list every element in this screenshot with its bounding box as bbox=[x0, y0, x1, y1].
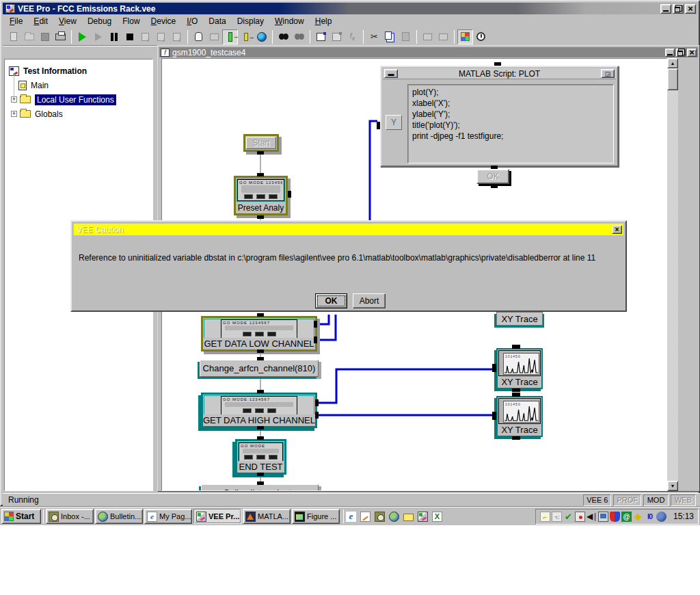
function-icon[interactable]: fx bbox=[345, 29, 360, 44]
default-preferences-icon[interactable] bbox=[329, 29, 345, 44]
resume-icon[interactable] bbox=[90, 29, 106, 44]
close-button[interactable] bbox=[685, 4, 696, 14]
tree-item-globals[interactable]: + Globals bbox=[5, 107, 152, 121]
security-key-icon[interactable]: ⌐ bbox=[540, 512, 550, 522]
step-into-icon[interactable] bbox=[137, 29, 153, 44]
task-my-page[interactable]: eMy Pag... bbox=[144, 509, 192, 524]
script-maximize-button[interactable]: ◲ bbox=[601, 69, 615, 78]
dialog-close-icon[interactable]: × bbox=[612, 225, 622, 234]
excel-icon[interactable]: X bbox=[432, 512, 442, 522]
tree-item-local-user-functions[interactable]: + Local User Functions bbox=[5, 92, 152, 107]
cut-icon[interactable]: ✂ bbox=[366, 29, 382, 44]
graphics-utility-icon[interactable]: ◆ bbox=[633, 512, 643, 522]
stop-icon[interactable] bbox=[122, 29, 137, 44]
child-restore-button[interactable] bbox=[676, 49, 686, 57]
pan-icon[interactable] bbox=[191, 29, 206, 44]
input-terminal-y[interactable]: Y bbox=[386, 115, 402, 130]
io-monitor-icon[interactable]: I0 bbox=[645, 512, 655, 522]
start-object[interactable]: Start bbox=[243, 134, 279, 152]
antivirus-shield-icon[interactable] bbox=[610, 512, 620, 522]
expand-icon[interactable]: + bbox=[11, 96, 17, 103]
task-figure[interactable]: Figure ... bbox=[292, 509, 340, 524]
ungroup-icon[interactable] bbox=[435, 29, 451, 44]
clone-window-icon[interactable] bbox=[206, 29, 222, 44]
pause-icon[interactable] bbox=[106, 29, 122, 44]
child-close-button[interactable] bbox=[687, 49, 697, 57]
volume-icon[interactable]: ◀∣ bbox=[587, 512, 597, 522]
folder-icon[interactable] bbox=[403, 514, 414, 521]
child-minimize-button[interactable] bbox=[665, 49, 675, 57]
script-minimize-button[interactable]: ▬ bbox=[384, 69, 398, 78]
ok-confirm-object[interactable]: OK bbox=[476, 169, 509, 184]
time-sync-icon[interactable] bbox=[656, 512, 667, 522]
menu-debug[interactable]: Debug bbox=[82, 15, 117, 27]
matlab-script-object[interactable]: ▬ MATLAB Script: PLOT ◲ Y plot(Y); xlabe… bbox=[380, 66, 619, 167]
create-userobject-icon[interactable] bbox=[420, 29, 435, 44]
find-next-icon[interactable] bbox=[291, 29, 307, 44]
tree-item-main[interactable]: Main bbox=[5, 78, 152, 92]
scroll-thumb[interactable] bbox=[667, 68, 678, 90]
taskbar-clock[interactable]: 15:13 bbox=[668, 512, 694, 521]
menu-data[interactable]: Data bbox=[203, 15, 231, 27]
profiler-icon[interactable] bbox=[473, 29, 489, 44]
menu-flow[interactable]: Flow bbox=[117, 15, 145, 27]
dialog-ok-button[interactable]: OK bbox=[315, 293, 347, 308]
minimize-button[interactable] bbox=[660, 4, 671, 14]
new-icon[interactable] bbox=[5, 29, 21, 44]
scanner-check-icon[interactable]: ✔ bbox=[563, 512, 574, 522]
task-vee-pro[interactable]: VEE Pr... bbox=[193, 509, 241, 524]
web-icon[interactable] bbox=[254, 29, 269, 44]
vee-launcher-icon[interactable] bbox=[418, 512, 428, 522]
menu-display[interactable]: Display bbox=[232, 15, 269, 27]
tree-root[interactable]: Test Information bbox=[5, 64, 152, 78]
add-terminal-icon[interactable] bbox=[238, 29, 254, 44]
menu-device[interactable]: Device bbox=[146, 15, 182, 27]
call-terminate-call[interactable]: Call call_terminate bbox=[201, 484, 319, 491]
find-icon[interactable] bbox=[275, 29, 291, 44]
restore-button[interactable] bbox=[673, 4, 684, 14]
menu-view[interactable]: View bbox=[53, 15, 82, 27]
scroll-down-icon[interactable]: ▼ bbox=[667, 481, 678, 491]
internet-explorer-icon[interactable]: e bbox=[346, 512, 356, 522]
insert-terminal-icon[interactable] bbox=[222, 29, 238, 44]
preset-analyzer-object[interactable]: GO MODE 1234567 Preset Analy bbox=[234, 176, 288, 215]
print-icon[interactable] bbox=[53, 29, 68, 44]
step-over-icon[interactable] bbox=[153, 29, 169, 44]
mail-compose-icon[interactable] bbox=[360, 512, 371, 522]
change-arfcn-channel-call[interactable]: Change_arfcn_channel(810) bbox=[200, 360, 319, 377]
end-test-object[interactable]: GO MODE END TEST bbox=[235, 439, 286, 475]
start-button[interactable]: Start bbox=[1, 509, 41, 524]
pointer-device-icon[interactable]: ☜ bbox=[552, 512, 562, 522]
paste-icon[interactable] bbox=[398, 29, 414, 44]
network-monitor-icon[interactable] bbox=[575, 512, 585, 522]
properties-icon[interactable] bbox=[313, 29, 329, 44]
xy-trace-3-object[interactable]: 101450 XY Trace bbox=[496, 396, 543, 437]
dialog-abort-button[interactable]: Abort bbox=[353, 293, 386, 308]
scroll-up-icon[interactable]: ▲ bbox=[667, 58, 678, 68]
scheduler-icon[interactable] bbox=[375, 512, 385, 522]
run-icon[interactable] bbox=[75, 29, 90, 44]
get-data-low-channel-object[interactable]: GO MODE 1234567 GET DATA LOW CHANNEL bbox=[201, 316, 317, 352]
at-mail-icon[interactable]: @ bbox=[621, 512, 632, 522]
expand-icon[interactable]: + bbox=[11, 111, 17, 117]
vertical-scrollbar[interactable]: ▲ ▼ bbox=[667, 58, 678, 491]
get-data-high-channel-object[interactable]: GO MODE 1234567 GET DATA HIGH CHANNEL bbox=[201, 393, 317, 428]
task-matlab[interactable]: MATLA... bbox=[243, 509, 291, 524]
netscape-icon[interactable] bbox=[389, 512, 399, 522]
xy-trace-2-object[interactable]: 101450 XY Trace bbox=[496, 348, 543, 389]
matlab-code-editor[interactable]: plot(Y); xlabel('X'); ylabel('Y'); title… bbox=[407, 84, 614, 163]
menu-file[interactable]: File bbox=[4, 15, 28, 27]
menu-edit[interactable]: Edit bbox=[28, 15, 53, 27]
task-inbox[interactable]: Inbox -... bbox=[46, 509, 94, 524]
xy-trace-1-object[interactable]: XY Trace bbox=[496, 312, 543, 326]
menu-window[interactable]: Window bbox=[269, 15, 310, 27]
open-icon[interactable] bbox=[21, 29, 37, 44]
task-bulletin[interactable]: Bulletin... bbox=[95, 509, 143, 524]
display-settings-icon[interactable] bbox=[598, 512, 608, 522]
menu-help[interactable]: Help bbox=[310, 15, 338, 27]
menu-io[interactable]: I/O bbox=[181, 15, 203, 27]
copy-icon[interactable] bbox=[382, 29, 398, 44]
panel-view-icon[interactable] bbox=[457, 29, 473, 44]
save-icon[interactable] bbox=[37, 29, 53, 44]
step-out-icon[interactable] bbox=[169, 29, 185, 44]
